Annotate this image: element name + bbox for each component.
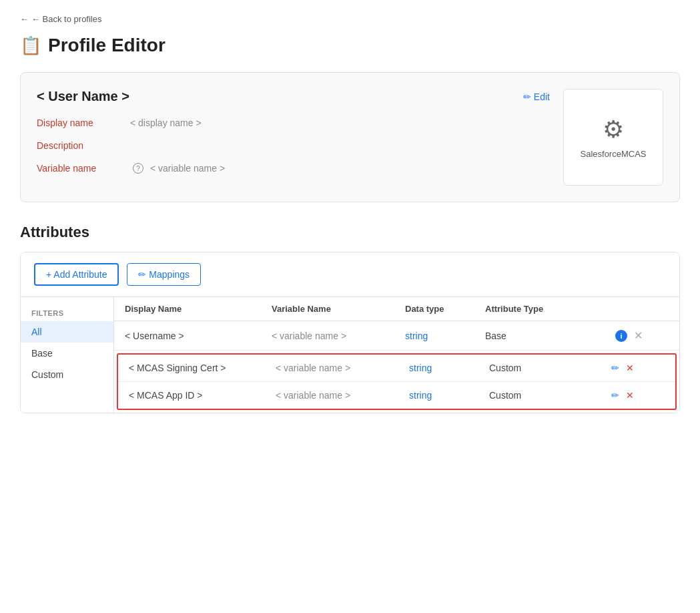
variable-name-value: < variable name > [150,163,225,174]
row3-variable-name: < variable name > [276,390,409,401]
page-title: Profile Editor [48,35,165,56]
info-icon[interactable]: i [615,330,627,342]
edit-button[interactable]: ✏ Edit [523,91,550,102]
help-icon[interactable]: ? [133,163,143,174]
attributes-section: Attributes + Add Attribute ✏ Mappings FI… [20,224,680,413]
table-row: < MCAS Signing Cert > < variable name > … [118,355,675,382]
col-actions [615,304,669,314]
display-name-label: Display name [37,118,130,128]
table-header: Display Name Variable Name Data type Att… [114,297,679,321]
attributes-title: Attributes [20,224,680,241]
back-link-text: ← Back to profiles [31,14,102,24]
row1-variable-name: < variable name > [272,331,405,341]
page-header: 📋 Profile Editor [20,35,680,56]
attributes-toolbar: + Add Attribute ✏ Mappings [21,252,679,296]
col-display-name: Display Name [125,304,272,314]
row2-actions: ✏ ✕ [611,363,665,373]
page-title-icon: 📋 [20,35,41,56]
row2-variable-name: < variable name > [276,363,409,373]
display-name-field: Display name < display name > [37,118,550,128]
mappings-button[interactable]: ✏ Mappings [127,263,201,286]
filters-label: FILTERS [21,305,113,321]
custom-rows-wrapper: < MCAS Signing Cert > < variable name > … [117,353,677,410]
row3-display-name: < MCAS App ID > [129,390,276,401]
row2-display-name: < MCAS Signing Cert > [129,363,276,373]
row1-attr-type: Base [485,331,615,341]
table-row: < Username > < variable name > string Ba… [114,321,679,351]
description-field: Description [37,140,550,151]
col-data-type: Data type [405,304,485,314]
profile-name: < User Name > [37,89,129,104]
display-name-value: < display name > [130,118,202,128]
attributes-container: + Add Attribute ✏ Mappings FILTERS All B… [20,252,680,413]
filter-base[interactable]: Base [21,343,113,364]
filter-all[interactable]: All [21,321,113,343]
filter-custom[interactable]: Custom [21,364,113,385]
row1-actions: i ✕ [615,329,669,342]
delete-icon[interactable]: ✕ [626,390,634,401]
delete-icon[interactable]: ✕ [626,363,634,373]
row3-data-type: string [409,390,489,401]
filters-panel: FILTERS All Base Custom [21,297,114,413]
attributes-body: FILTERS All Base Custom Display Name Var… [21,296,679,413]
app-card-name: SalesforceMCAS [581,149,647,159]
profile-main: < User Name > ✏ Edit Display name < disp… [37,89,550,186]
profile-header: < User Name > ✏ Edit [37,89,550,104]
edit-icon[interactable]: ✏ [611,363,619,373]
variable-name-field: Variable name ? < variable name > [37,163,550,174]
edit-icon[interactable]: ✏ [611,390,619,401]
row1-display-name: < Username > [125,331,272,341]
app-card: ⚙ SalesforceMCAS [563,89,663,186]
row2-attr-type: Custom [489,363,611,373]
row1-data-type: string [405,331,485,341]
back-arrow-icon: ← [20,14,29,24]
row2-data-type: string [409,363,489,373]
table-row: < MCAS App ID > < variable name > string… [118,382,675,409]
variable-name-label: Variable name [37,163,130,174]
row3-attr-type: Custom [489,390,611,401]
add-attribute-button[interactable]: + Add Attribute [34,263,119,286]
col-attr-type: Attribute Type [485,304,615,314]
col-variable-name: Variable Name [272,304,405,314]
gear-icon: ⚙ [603,116,624,144]
back-link[interactable]: ← ← Back to profiles [20,14,102,24]
table-panel: Display Name Variable Name Data type Att… [114,297,679,413]
close-icon[interactable]: ✕ [634,329,643,342]
description-label: Description [37,140,130,151]
row3-actions: ✏ ✕ [611,390,665,401]
profile-card: < User Name > ✏ Edit Display name < disp… [20,72,680,202]
